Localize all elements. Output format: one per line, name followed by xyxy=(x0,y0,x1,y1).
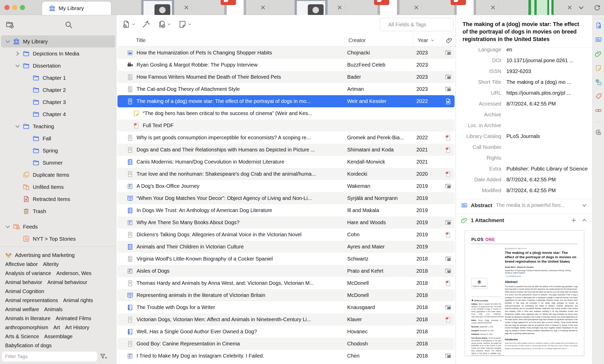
close-icon[interactable] xyxy=(337,4,343,11)
item-row[interactable]: The making of a (dog) movie star: The ef… xyxy=(117,95,455,107)
field-value[interactable] xyxy=(506,122,589,129)
sidebar-item-spring[interactable]: Spring xyxy=(1,144,115,157)
chevron-down-icon[interactable] xyxy=(582,203,587,208)
column-header-title[interactable]: Title xyxy=(117,34,344,46)
tab-document-6[interactable]: The Hound of the Ba xyxy=(498,0,575,15)
tag-alterity[interactable]: Alterity xyxy=(43,261,59,267)
tab-overflow-chevron-icon[interactable] xyxy=(578,4,585,11)
search-input[interactable] xyxy=(388,22,457,28)
item-row[interactable]: Ryan Gosling & Margot Robbie: The Puppy … xyxy=(117,59,455,71)
abstract-icon[interactable] xyxy=(595,36,602,43)
sidebar-item-chapter-4[interactable]: Chapter 4 xyxy=(1,108,115,120)
item-row[interactable]: How Famous Writers Mourned the Death of … xyxy=(117,71,455,83)
item-row[interactable]: In Dogs We Trust: An Anthology of Americ… xyxy=(117,204,455,216)
column-header-creator[interactable]: Creator xyxy=(344,34,413,46)
column-header-year[interactable]: Year xyxy=(413,34,443,46)
item-row[interactable]: Animals and Their Children in Victorian … xyxy=(117,241,455,253)
item-row[interactable]: Virginia Woolf's Little-Known Biography … xyxy=(117,253,455,265)
new-note-button[interactable] xyxy=(178,20,192,28)
item-row[interactable]: Well, Has a Single Good Author Ever Owne… xyxy=(117,326,455,338)
tab-document-5[interactable]: (Un)muzzled: Dogs i xyxy=(422,0,498,15)
tab-my-library[interactable]: My Library xyxy=(42,2,111,15)
related-icon[interactable] xyxy=(595,107,602,114)
tab-document-3[interactable]: Aisles of Dogs - Prat xyxy=(268,0,345,15)
pdf-preview[interactable]: PLOS ONE Check for updates OPEN ACCESS C… xyxy=(465,230,584,356)
collections-search-icon[interactable] xyxy=(65,21,73,29)
field-value[interactable]: Publisher: Public Library of Science xyxy=(506,165,589,172)
new-collection-icon[interactable] xyxy=(6,21,14,29)
item-row[interactable]: True love and the nonhuman: Shakespeare'… xyxy=(117,168,455,180)
sidebar-item-chapter-2[interactable]: Chapter 2 xyxy=(1,84,115,96)
zoom-window-button[interactable] xyxy=(20,5,25,10)
tag-animal-cognition[interactable]: Animal Cognition xyxy=(5,288,44,294)
tag-babyfication-of-dogs[interactable]: Babyfication of dogs xyxy=(5,343,52,349)
tag-animal-behaviour[interactable]: Animal behaviour xyxy=(47,279,87,285)
tag-animals[interactable]: Animals xyxy=(44,306,62,312)
tag-animals-in-literature[interactable]: Animals in literature xyxy=(5,316,51,321)
item-row[interactable]: The Cat-and-Dog Theory of Attachment Sty… xyxy=(117,83,455,95)
tags-icon[interactable] xyxy=(595,93,602,100)
item-row[interactable]: Why Are There So Many Books About Dogs?H… xyxy=(117,216,455,229)
sync-icon[interactable] xyxy=(594,4,601,11)
sidebar-item-feeds[interactable]: Feeds xyxy=(1,221,115,233)
close-icon[interactable] xyxy=(490,4,496,11)
filter-tags-input[interactable] xyxy=(2,352,97,361)
field-value[interactable]: 8/7/2024, 6:42:55 PM xyxy=(506,187,589,194)
minimize-window-button[interactable] xyxy=(12,5,17,10)
field-value[interactable]: The making of a (dog) mo ... xyxy=(506,79,589,85)
item-row[interactable]: Thomas Hardy and Animals by Anna West, a… xyxy=(117,277,455,289)
sidebar-item-chapter-1[interactable]: Chapter 1 xyxy=(1,72,115,84)
tab-document-2[interactable]: “The Dog Stole the F xyxy=(192,0,268,15)
column-header-attachment[interactable] xyxy=(443,34,456,46)
field-value[interactable]: 10.1371/journal.pone.0261 ... xyxy=(506,57,589,64)
add-attachment-icon[interactable] xyxy=(571,217,577,223)
locate-icon[interactable] xyxy=(595,129,602,136)
abstract-section[interactable]: Abstract The media is a powerful forc... xyxy=(456,199,592,211)
field-value[interactable] xyxy=(506,144,589,150)
sidebar-item-depictions-in-media[interactable]: Depictions In Media xyxy=(1,47,115,60)
item-row[interactable]: The Trouble with Dogs for a WriterKnausg… xyxy=(117,301,455,313)
sidebar-item-teaching[interactable]: Teaching xyxy=(1,120,115,132)
search-field[interactable] xyxy=(380,18,454,31)
tag-anderson-wes[interactable]: Anderson, Wes xyxy=(56,270,91,276)
sidebar-item-duplicate-items[interactable]: Duplicate Items xyxy=(1,169,115,181)
close-icon[interactable] xyxy=(413,4,419,11)
field-value[interactable]: https://journals.plos.org/pl ... xyxy=(506,90,589,96)
field-value[interactable]: 8/7/2024, 6:42:55 PM xyxy=(506,176,589,183)
item-row[interactable]: Good Boy: Canine Representation in Cinem… xyxy=(117,338,455,350)
tag-anthropomorphism[interactable]: anthropomorphism xyxy=(5,325,48,330)
tag-assemblage[interactable]: Assemblage xyxy=(44,334,73,339)
close-icon[interactable] xyxy=(183,4,189,11)
tag-analysis-of-variance[interactable]: Analysis of variance xyxy=(5,270,51,276)
chevron-down-icon[interactable] xyxy=(14,123,21,130)
tag-affective-labor[interactable]: Affective labor xyxy=(5,261,38,267)
field-value[interactable] xyxy=(506,155,589,161)
tag-animated-films[interactable]: Animated Films xyxy=(56,316,91,321)
item-child-row[interactable]: “The dog hero has been critical to the s… xyxy=(117,107,455,119)
tag-advertising-and-marketing[interactable]: Advertising and Marketing xyxy=(15,252,75,258)
item-row[interactable]: Victorian Dogs, Victorian Men: Affect an… xyxy=(117,313,455,326)
tag-animal-rights[interactable]: Animal rights xyxy=(63,297,93,303)
chevron-down-icon[interactable] xyxy=(5,224,11,230)
info-icon[interactable] xyxy=(595,22,602,29)
item-row[interactable]: A Dog's Box-Office JourneyWakeman2019 xyxy=(117,180,455,192)
field-value[interactable]: PLoS Journals xyxy=(506,133,589,140)
item-row[interactable]: Dogs and Cats and Their Relationships wi… xyxy=(117,144,455,156)
chevron-down-icon[interactable] xyxy=(14,63,21,69)
field-value[interactable] xyxy=(506,111,589,118)
sidebar-item-my-library[interactable]: My Library xyxy=(1,35,115,47)
tag-art-history[interactable]: Art History xyxy=(65,325,89,330)
item-row[interactable]: How the Humanization of Pets Is Changing… xyxy=(117,47,455,59)
tag-arts-science[interactable]: Arts & Science xyxy=(5,334,39,339)
field-value[interactable]: en xyxy=(506,48,589,53)
item-child-row[interactable]: Full Text PDF xyxy=(117,119,455,132)
item-row[interactable]: Canis Modernis: Human/Dog Coevolution in… xyxy=(117,156,455,168)
chevron-right-icon[interactable] xyxy=(14,51,21,57)
tag-filter-options-icon[interactable] xyxy=(100,353,107,360)
item-row[interactable]: Why is pet goods consumption imperceptib… xyxy=(117,132,455,144)
sidebar-item-chapter-3[interactable]: Chapter 3 xyxy=(1,96,115,108)
item-row[interactable]: Dickens's Talking Dogs: Allegories of An… xyxy=(117,229,455,241)
add-by-identifier-button[interactable] xyxy=(142,20,150,28)
notes-icon[interactable] xyxy=(595,64,602,71)
sidebar-item-retracted-items[interactable]: Retracted Items xyxy=(1,193,115,205)
